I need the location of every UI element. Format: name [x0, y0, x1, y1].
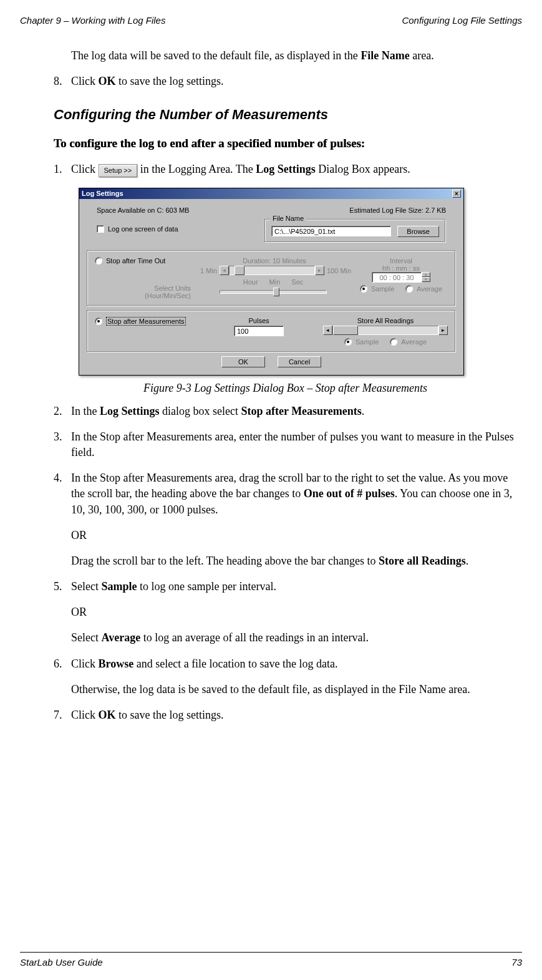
footer-rule: [20, 952, 522, 953]
or-label: OR: [71, 604, 517, 620]
step-1-body: Click Setup >> in the Logging Area. The …: [71, 162, 517, 177]
header-left: Chapter 9 – Working with Log Files: [20, 15, 165, 26]
t: In the: [71, 405, 100, 417]
t: .: [466, 555, 469, 567]
step-6-body: Click Browse and select a file location …: [71, 656, 517, 697]
step-8: 8. Click OK to save the log settings.: [54, 74, 517, 89]
sample-radio-2[interactable]: [344, 338, 352, 346]
t: Click: [71, 657, 99, 670]
step-7-num: 7.: [54, 707, 71, 723]
step-8-post: to save the log settings.: [116, 75, 224, 87]
pulses-label: Pulses: [195, 317, 323, 324]
min-1-label: 1 Min: [195, 267, 217, 274]
t: dialog box select: [160, 405, 241, 417]
average-label-1: Average: [417, 285, 442, 293]
estimated-size-label: Estimated Log File Size: 2.7 KB: [349, 206, 446, 214]
step-3: 3. In the Stop after Measurements area, …: [54, 429, 517, 460]
t: to log one sample per interval.: [137, 580, 276, 593]
t: OK: [99, 709, 116, 721]
step-5-num: 5.: [54, 579, 71, 646]
step-1-pre: Click: [71, 163, 99, 175]
file-name-legend: File Name: [270, 215, 306, 222]
step-8-pre: Click: [71, 75, 99, 87]
step-1-bold: Log Settings: [256, 163, 316, 175]
step-1: 1. Click Setup >> in the Logging Area. T…: [54, 162, 517, 177]
step-7-body: Click OK to save the log settings.: [71, 707, 517, 723]
header-right: Configuring Log File Settings: [402, 15, 522, 26]
or-label: OR: [71, 528, 517, 543]
t: Otherwise, the log data is be saved to t…: [71, 682, 517, 697]
interval-label: Interval: [354, 257, 448, 264]
step-3-num: 3.: [54, 429, 71, 460]
log-one-screen-checkbox[interactable]: [97, 225, 104, 233]
intro-paragraph: The log data will be saved to the defaul…: [71, 48, 517, 64]
duration-label: Duration: 10 Minutes: [195, 257, 354, 264]
t: .: [362, 405, 365, 417]
step-4-body: In the Stop after Measurements area, dra…: [71, 470, 517, 569]
sec-label: Sec: [291, 278, 303, 286]
intro-bold: File Name: [361, 49, 409, 62]
footer-page: 73: [511, 957, 522, 968]
section-title: Configuring the Number of Measurements: [54, 107, 517, 123]
log-settings-dialog: Log Settings × Space Available on C: 603…: [79, 188, 464, 376]
t: Select: [71, 631, 101, 644]
store-slider-left[interactable]: ◂: [323, 326, 332, 335]
step-1-mid: in the Logging Area. The: [137, 163, 256, 175]
min-label: Min: [269, 278, 281, 286]
t: Drag the scroll bar to the left. The hea…: [71, 555, 379, 567]
stop-measurements-label: Stop after Measurements: [106, 317, 186, 326]
step-8-bold: OK: [99, 75, 116, 87]
interval-spinner[interactable]: ▴▾: [422, 272, 430, 282]
step-6: 6. Click Browse and select a file locati…: [54, 656, 517, 697]
store-slider-right[interactable]: ▸: [438, 326, 448, 335]
step-7: 7. Click OK to save the log settings.: [54, 707, 517, 723]
t: Browse: [99, 657, 134, 670]
t: Average: [101, 631, 140, 644]
file-path-input[interactable]: C:\...\P45209_01.txt: [271, 226, 391, 236]
intro-post: area.: [410, 49, 434, 62]
pulses-input[interactable]: 100: [234, 326, 284, 336]
interval-input[interactable]: 00 : 00 : 30: [372, 272, 422, 283]
figure-caption: Figure 9-3 Log Settings Dialog Box – Sto…: [54, 382, 517, 395]
dialog-titlebar: Log Settings ×: [79, 188, 463, 199]
footer-left: StarLab User Guide: [20, 957, 103, 968]
t: Sample: [101, 580, 137, 593]
cancel-button[interactable]: Cancel: [278, 356, 321, 367]
t: Log Settings: [100, 405, 160, 417]
t: Store all Readings: [379, 555, 466, 567]
step-4: 4. In the Stop after Measurements area, …: [54, 470, 517, 569]
t: One out of # pulses: [304, 487, 395, 500]
sample-radio-1[interactable]: [360, 285, 367, 293]
stop-timeout-label: Stop after Time Out: [106, 257, 165, 264]
slider-right-arrow[interactable]: ▸: [315, 266, 324, 275]
log-one-screen-label: Log one screen of data: [108, 225, 178, 233]
sub-heading: To configure the log to end after a spec…: [54, 137, 517, 150]
average-radio-2[interactable]: [390, 338, 397, 346]
step-3-body: In the Stop after Measurements area, ent…: [71, 429, 517, 460]
setup-button[interactable]: Setup >>: [99, 164, 138, 177]
t: Click: [71, 709, 99, 721]
step-2-body: In the Log Settings dialog box select St…: [71, 404, 517, 419]
step-8-body: Click OK to save the log settings.: [71, 74, 517, 89]
t: to save the log settings.: [116, 709, 224, 721]
ok-button[interactable]: OK: [221, 356, 265, 367]
hour-label: Hour: [243, 278, 258, 286]
close-icon[interactable]: ×: [452, 190, 461, 198]
stop-timeout-radio[interactable]: [95, 257, 102, 264]
step-6-num: 6.: [54, 656, 71, 697]
average-radio-1[interactable]: [405, 285, 413, 293]
t: and select a file location to save the l…: [133, 657, 337, 670]
step-1-post: Dialog Box appears.: [316, 163, 410, 175]
sample-label-2: Sample: [356, 338, 379, 346]
step-5-body: Select Sample to log one sample per inte…: [71, 579, 517, 646]
t: to log an average of all the readings in…: [140, 631, 369, 644]
slider-left-arrow[interactable]: ◂: [220, 266, 229, 275]
hhmmss-label: hh : mm : ss: [354, 264, 448, 272]
browse-button[interactable]: Browse: [397, 226, 439, 237]
stop-measurements-radio[interactable]: [95, 318, 102, 325]
dialog-title: Log Settings: [82, 190, 123, 198]
step-5: 5. Select Sample to log one sample per i…: [54, 579, 517, 646]
select-units-label: Select Units (Hour/Min/Sec): [114, 284, 195, 299]
t: Stop after Measurements: [241, 405, 361, 417]
sample-label-1: Sample: [371, 285, 394, 293]
